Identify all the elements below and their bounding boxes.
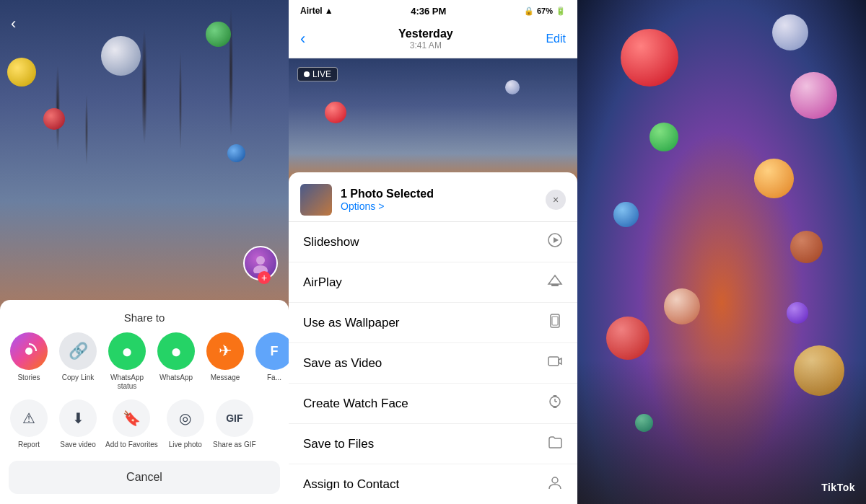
slideshow-label: Slideshow [303,235,359,249]
photos-edit-button[interactable]: Edit [546,32,566,45]
follow-plus-button[interactable]: + [258,271,271,284]
preview-ball-1 [325,102,346,123]
status-bar: Airtel ▲ 4:36 PM 🔒 67% 🔋 [289,0,577,22]
contact-svg [547,474,563,490]
more-label: Fa... [267,373,281,382]
ball-red-large [621,29,678,87]
decorative-ball-5 [227,144,245,162]
live-photo-label: Live photo [169,441,202,449]
more-icon: F [255,332,289,370]
menu-assign-contact[interactable]: Assign to Contact [289,464,577,504]
photos-album-title: Yesterday [398,27,453,40]
photos-title-block: Yesterday 3:41 AM [398,27,453,50]
share-message[interactable]: ✈ Message [204,332,247,391]
tiktok-fullscreen-panel: TikTok [577,0,866,504]
tiktok-panel: ‹ + ♡ 113.8K Share to Stories 🔗 Co [0,0,289,504]
favorites-icon: 🔖 [113,399,150,437]
share-copylink[interactable]: 🔗 Copy Link [56,332,100,391]
wifi-icon: ▲ [325,6,333,16]
share-sheet: Share to Stories 🔗 Copy Link ● WhatsApp … [0,300,289,504]
battery-icon: 🔋 [556,6,566,16]
stories-label: Stories [17,373,40,382]
ball-brown [790,231,823,263]
photos-timestamp: 3:41 AM [398,40,453,50]
selected-count: 1 Photo Selected [341,187,537,200]
live-text: LIVE [312,69,331,79]
action-save-video[interactable]: ⬇ Save video [56,399,100,449]
photos-header: ‹ Yesterday 3:41 AM Edit [289,22,577,58]
copylink-icon: 🔗 [59,332,97,370]
files-svg [547,434,563,450]
action-favorites[interactable]: 🔖 Add to Favorites [105,399,158,449]
slideshow-svg [547,232,563,248]
report-icon: ⚠ [10,399,48,437]
share-more[interactable]: F Fa... [253,332,289,391]
share-whatsapp[interactable]: ● WhatsApp [154,332,198,391]
decorative-ball-1 [7,58,36,87]
action-gif[interactable]: GIF Share as GIF [213,399,256,449]
options-text: Options > [341,200,384,212]
wallpaper-label: Use as Wallpaper [303,316,400,330]
cancel-button[interactable]: Cancel [9,461,280,494]
photos-back-button[interactable]: ‹ [300,30,305,48]
svg-marker-4 [554,237,559,243]
battery-text: 67% [537,6,553,15]
stories-svg [20,342,38,360]
save-video-icon [547,353,563,373]
options-link[interactable]: Options > [341,200,537,212]
whatsapp-status-label: WhatsApp status [105,373,149,391]
ball-blue [613,202,639,227]
avatar-image [250,253,271,273]
time-display: 4:36 PM [411,6,446,17]
svg-point-2 [25,348,32,355]
wallpaper-svg [547,313,563,329]
save-video-label: Save video [60,441,95,449]
decorative-ball-2 [101,36,141,76]
assign-contact-icon [547,474,563,494]
wallpaper-icon [547,313,563,332]
live-dot [304,71,310,77]
svg-marker-10 [559,358,561,364]
share-header-text: 1 Photo Selected Options > [341,187,537,212]
ball-yellow [754,159,794,198]
ball-pink [790,72,837,119]
watch-svg [547,394,563,410]
svg-rect-9 [548,357,559,366]
action-report[interactable]: ⚠ Report [7,399,51,449]
ball-green [650,123,678,151]
tiktok-logo: TikTok [821,482,855,493]
menu-save-files[interactable]: Save to Files [289,424,577,464]
lock-icon: 🔒 [524,6,534,16]
stories-icon [10,332,48,370]
ios-photos-panel: Airtel ▲ 4:36 PM 🔒 67% 🔋 ‹ Yesterday 3:4… [289,0,577,504]
menu-wallpaper[interactable]: Use as Wallpaper [289,303,577,343]
share-header-row: 1 Photo Selected Options > × [289,172,577,222]
ball-peach [664,288,700,324]
menu-slideshow[interactable]: Slideshow [289,222,577,262]
ball-grey [772,14,808,50]
action-live-photo[interactable]: ◎ Live photo [164,399,207,449]
menu-watch-face[interactable]: Create Watch Face [289,384,577,424]
back-button[interactable]: ‹ [11,14,16,33]
svg-rect-13 [554,406,557,408]
close-button[interactable]: × [546,190,566,210]
menu-airplay[interactable]: AirPlay [289,262,577,303]
menu-save-video[interactable]: Save as Video [289,343,577,384]
share-stories[interactable]: Stories [7,332,51,391]
svg-rect-12 [554,395,557,397]
svg-rect-8 [552,317,558,325]
decorative-ball-3 [206,22,231,47]
message-icon: ✈ [206,332,244,370]
carrier-text: Airtel [300,6,323,16]
watch-face-label: Create Watch Face [303,397,408,411]
share-whatsapp-status[interactable]: ● WhatsApp status [105,332,149,391]
airplay-label: AirPlay [303,275,342,290]
share-icons-row: Stories 🔗 Copy Link ● WhatsApp status ● … [0,332,289,399]
airplay-icon [547,273,563,292]
ball-red-bottom [606,317,650,360]
save-files-icon [547,434,563,454]
status-right: 🔒 67% 🔋 [524,6,566,16]
whatsapp-label: WhatsApp [159,373,193,382]
save-video-label: Save as Video [303,356,382,371]
report-label: Report [18,441,40,449]
